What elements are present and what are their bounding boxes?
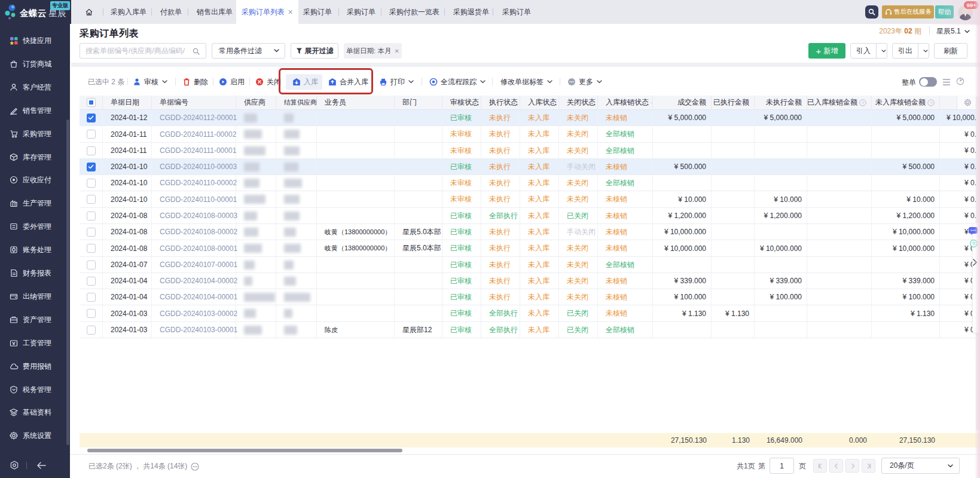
svg-text:?: ? bbox=[862, 100, 864, 105]
svg-text:?: ? bbox=[972, 241, 975, 246]
svg-text:?: ? bbox=[930, 100, 932, 105]
svg-text:?: ? bbox=[651, 102, 652, 103]
